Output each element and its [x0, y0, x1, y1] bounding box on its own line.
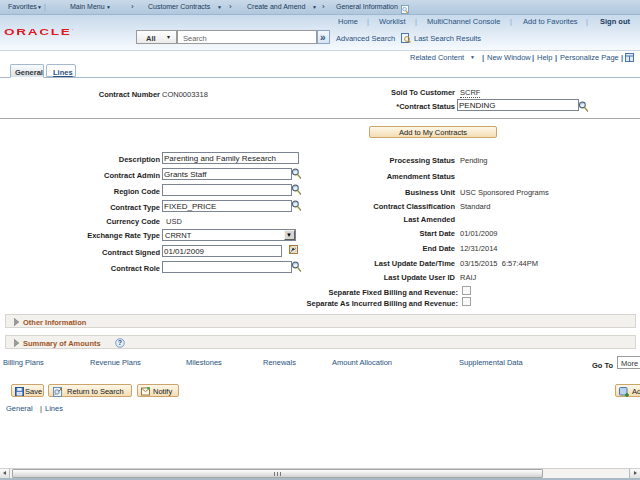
svg-text:?: ?	[118, 339, 122, 346]
